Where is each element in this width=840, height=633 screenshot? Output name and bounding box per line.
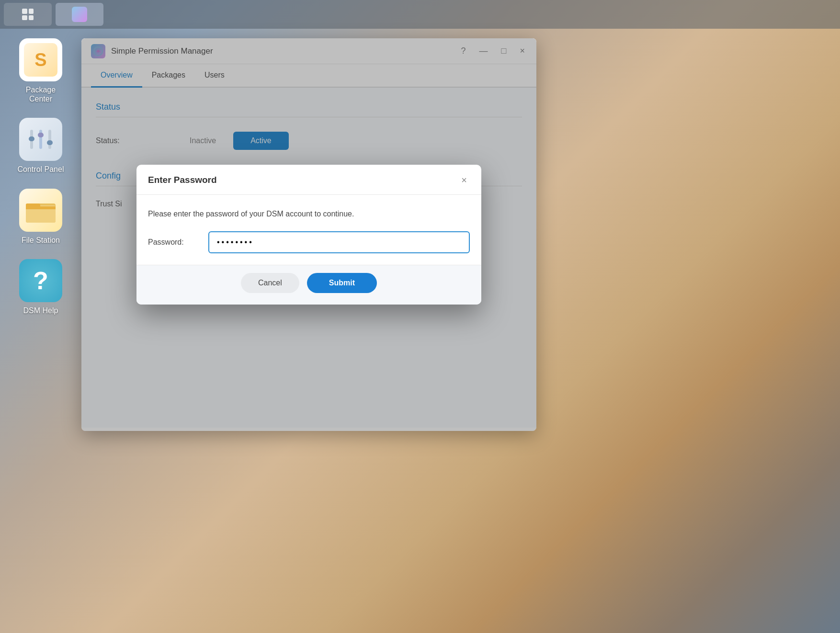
modal-close-button[interactable]: × bbox=[458, 174, 470, 186]
svg-rect-8 bbox=[26, 203, 40, 207]
svg-rect-3 bbox=[38, 133, 44, 137]
password-input[interactable] bbox=[208, 231, 470, 253]
svg-rect-5 bbox=[47, 140, 53, 145]
svg-rect-1 bbox=[29, 136, 34, 141]
help-question-mark: ? bbox=[33, 266, 48, 295]
taskbar-app-icon bbox=[72, 7, 87, 22]
taskbar-grid-button[interactable] bbox=[4, 3, 52, 26]
svg-rect-4 bbox=[48, 130, 51, 149]
file-station-svg bbox=[24, 196, 57, 225]
desktop-icon-dsm-help[interactable]: ? DSM Help bbox=[14, 259, 67, 315]
file-station-icon bbox=[19, 189, 62, 232]
app-window: Simple Permission Manager ? — □ × Overvi… bbox=[81, 38, 536, 431]
dsm-help-label: DSM Help bbox=[23, 306, 58, 315]
control-panel-icon bbox=[19, 118, 62, 161]
package-center-label: Package Center bbox=[14, 85, 67, 103]
modal-overlay: Enter Password × Please enter the passwo… bbox=[81, 38, 536, 431]
modal-title: Enter Password bbox=[148, 175, 217, 185]
password-row: Password: bbox=[148, 231, 470, 253]
enter-password-modal: Enter Password × Please enter the passwo… bbox=[136, 165, 481, 305]
control-panel-label: Control Panel bbox=[18, 165, 64, 174]
desktop-icons-container: S Package Center Control Panel bbox=[14, 38, 67, 315]
taskbar bbox=[0, 0, 840, 29]
file-station-label: File Station bbox=[22, 236, 60, 245]
password-label: Password: bbox=[148, 238, 201, 247]
grid-icon bbox=[22, 9, 34, 20]
submit-button[interactable]: Submit bbox=[307, 273, 377, 293]
cancel-button[interactable]: Cancel bbox=[241, 273, 299, 293]
desktop-icon-control-panel[interactable]: Control Panel bbox=[14, 118, 67, 174]
taskbar-app-button[interactable] bbox=[56, 3, 103, 26]
desktop-icon-package-center[interactable]: S Package Center bbox=[14, 38, 67, 103]
desktop-icon-file-station[interactable]: File Station bbox=[14, 189, 67, 245]
modal-header: Enter Password × bbox=[136, 165, 481, 195]
dsm-help-icon: ? bbox=[19, 259, 62, 302]
package-s-letter: S bbox=[34, 50, 46, 70]
package-center-icon: S bbox=[19, 38, 62, 81]
modal-footer: Cancel Submit bbox=[136, 265, 481, 305]
modal-body: Please enter the password of your DSM ac… bbox=[136, 195, 481, 265]
modal-description: Please enter the password of your DSM ac… bbox=[148, 208, 470, 220]
control-panel-svg bbox=[26, 125, 55, 154]
